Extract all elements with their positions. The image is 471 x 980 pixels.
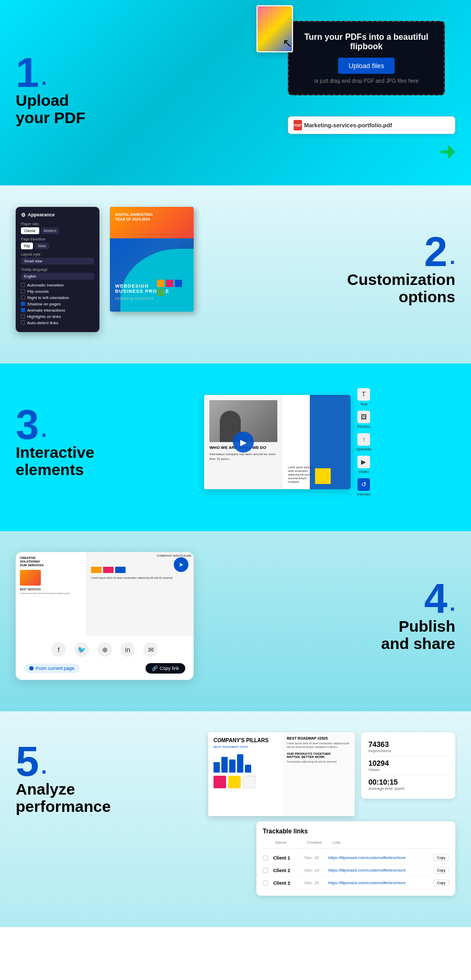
modern-btn[interactable]: Modern bbox=[41, 227, 60, 234]
facebook-icon[interactable]: f bbox=[51, 642, 66, 657]
company-brochure-label: COMPANY BROCHURE bbox=[157, 554, 192, 557]
section-upload: 1 . Upload your PDF ↖ Turn your PDFs int… bbox=[0, 0, 471, 185]
upload-files-button[interactable]: Upload files bbox=[338, 58, 395, 74]
sidebar-interact[interactable]: ↺ Interact bbox=[357, 478, 371, 497]
photos-label: Photos bbox=[357, 424, 371, 429]
cb-highlights: Highlights on links bbox=[21, 314, 94, 319]
lang-value: English bbox=[21, 273, 94, 280]
cb-autodetect: Auto-detect links bbox=[21, 321, 94, 325]
flip-btn[interactable]: Flip bbox=[21, 243, 33, 249]
uploads-icon: ↑ bbox=[357, 433, 370, 446]
photos-icon: 🖼 bbox=[357, 411, 370, 423]
smart-view-label: Smart view bbox=[21, 258, 94, 265]
page-transition-row: Page transition Flip Slide bbox=[21, 237, 94, 249]
trackable-links-panel: Trackable links Name Created Link Client… bbox=[256, 821, 455, 896]
analytics-right-subhead: OUR PRODUCTS TOGETHERMATTER, BETTER WORK bbox=[287, 752, 351, 758]
interact-label: Interact bbox=[357, 492, 371, 497]
play-button[interactable]: ▶ bbox=[233, 432, 254, 453]
bar-3 bbox=[229, 759, 236, 773]
share-bottom-row: From current page 🔗 Copy link bbox=[24, 663, 185, 674]
upload-box: Turn your PDFs into a beautiful flipbook… bbox=[288, 21, 445, 95]
row1-check[interactable] bbox=[263, 855, 268, 861]
linkedin-icon[interactable]: in bbox=[120, 642, 135, 657]
analytics-spread: COMPANY'S PILLARS BEST ROADMAP //2025 bbox=[208, 732, 355, 816]
row3-copy-btn[interactable]: Copy bbox=[433, 879, 449, 886]
row2-check[interactable] bbox=[263, 868, 268, 873]
step4-number: 4 bbox=[424, 580, 447, 618]
trackable-header: Name Created Link bbox=[263, 840, 449, 849]
slide-btn[interactable]: Slide bbox=[35, 243, 49, 249]
copy-icon: 🔗 bbox=[152, 666, 158, 671]
row3-date: Dec. 15 bbox=[305, 880, 323, 885]
row2-link: https://flipsnack.com/customofferbrochur… bbox=[328, 868, 428, 873]
social-icons-row: f 🐦 ⊕ in ✉ bbox=[24, 642, 185, 657]
panel-header: ⚙ Appearance bbox=[21, 212, 94, 218]
product-1 bbox=[214, 776, 226, 788]
uploads-label: Uploads bbox=[356, 447, 371, 452]
section-customization: ⚙ Appearance Player skin Classic Modern … bbox=[0, 185, 471, 364]
row1-copy-btn[interactable]: Copy bbox=[433, 854, 449, 861]
analytics-right-body: Consectetur adipiscing elit sed do eiusm… bbox=[287, 760, 351, 763]
cb-animate: Animate interactions bbox=[21, 308, 94, 313]
sidebar-video[interactable]: ▶ Video bbox=[357, 456, 370, 474]
upload-box-title: Turn your PDFs into a beautiful flipbook bbox=[301, 32, 431, 51]
service-img bbox=[20, 570, 41, 586]
page-right-text: Lorem ipsum dolor sit amet consectetur a… bbox=[288, 466, 314, 484]
step5-period: . bbox=[41, 756, 47, 777]
step5-title: Analyze performance bbox=[16, 780, 131, 815]
share-mockup: CREATIVESOLUTIONS//OUR SERVICES BEST SER… bbox=[16, 552, 340, 680]
row2-date: Dec. 14 bbox=[305, 868, 323, 873]
twitter-icon[interactable]: 🐦 bbox=[74, 642, 89, 657]
upload-area: ↖ Turn your PDFs into a beautiful flipbo… bbox=[120, 21, 455, 159]
step1-title: Upload your PDF bbox=[16, 92, 120, 126]
col-name: Name bbox=[275, 840, 301, 845]
row1-name: Client 1 bbox=[273, 855, 299, 861]
analytics-top-row: COMPANY'S PILLARS BEST ROADMAP //2025 bbox=[208, 732, 455, 816]
pinterest-icon[interactable]: ⊕ bbox=[97, 642, 112, 657]
bar-chart bbox=[214, 752, 277, 773]
step2-period: . bbox=[450, 246, 455, 267]
stat-views: 10294 Views bbox=[368, 756, 448, 775]
share-flipbook-preview: CREATIVESOLUTIONS//OUR SERVICES BEST SER… bbox=[16, 552, 194, 636]
share-arrow-button[interactable]: ➤ bbox=[174, 557, 188, 572]
share-panel: CREATIVESOLUTIONS//OUR SERVICES BEST SER… bbox=[16, 552, 194, 680]
step2-title: Customization options bbox=[194, 271, 455, 305]
sidebar-uploads[interactable]: ↑ Uploads bbox=[356, 433, 371, 452]
cursor-icon: ↖ bbox=[283, 37, 292, 50]
bar-2 bbox=[221, 757, 228, 773]
color-squares bbox=[157, 280, 188, 296]
copy-link-button[interactable]: 🔗 Copy link bbox=[145, 663, 185, 674]
page-spread-container: ▶ WHO WE ARE WHAT WE DO Interwebco compa… bbox=[204, 395, 351, 489]
stat-impressions: 74363 Impressions bbox=[368, 737, 448, 756]
sidebar-text[interactable]: T Text bbox=[357, 388, 370, 406]
layout-row: Layout style Smart view bbox=[21, 252, 94, 265]
row3-name: Client 2 bbox=[273, 880, 299, 886]
page-right: Lorem ipsum dolor sit amet consectetur a… bbox=[283, 395, 351, 489]
flipbook-text-overlay: DIGITAL MARKETINGYEAR OF 2023-2024 bbox=[115, 212, 153, 223]
classic-btn[interactable]: Classic bbox=[21, 227, 39, 234]
table-row: Client 2 Dec. 14 https://flipsnack.com/c… bbox=[263, 864, 449, 877]
stats-panel: 74363 Impressions 10294 Views 00:10:15 bbox=[361, 732, 455, 799]
section-interactive: 3 . Interactive elements bbox=[0, 364, 471, 531]
step4-title: Publish and share bbox=[340, 618, 455, 652]
from-page-dot bbox=[29, 666, 33, 670]
text-label: Text bbox=[360, 402, 368, 406]
step3-number: 3 bbox=[16, 406, 39, 444]
customization-mockup: ⚙ Appearance Player skin Classic Modern … bbox=[16, 207, 194, 332]
upload-sub-text: or just drag and drop PDF and JPG files … bbox=[301, 78, 431, 84]
row2-copy-btn[interactable]: Copy bbox=[433, 867, 449, 874]
step1-period: . bbox=[41, 67, 47, 88]
pdf-file-badge: PDF Marketing-services-portfolio.pdf bbox=[288, 116, 455, 134]
email-icon[interactable]: ✉ bbox=[143, 642, 158, 657]
step4-label: 4 . Publish and share bbox=[340, 580, 455, 652]
share-controls: f 🐦 ⊕ in ✉ From current page 🔗 C bbox=[16, 636, 194, 680]
page-spread: ▶ WHO WE ARE WHAT WE DO Interwebco compa… bbox=[204, 395, 351, 489]
share-page-left: CREATIVESOLUTIONS//OUR SERVICES BEST SER… bbox=[16, 552, 87, 636]
row2-name: Client 2 bbox=[273, 868, 299, 873]
analytics-mockup: COMPANY'S PILLARS BEST ROADMAP //2025 bbox=[131, 732, 455, 896]
cb-flip-sounds: Flip sounds bbox=[21, 289, 94, 294]
analytics-page-right: BEST ROADMAP //2025 Lorem ipsum dolor si… bbox=[283, 732, 355, 816]
page-yellow-accent bbox=[315, 468, 331, 484]
sidebar-photos[interactable]: 🖼 Photos bbox=[357, 411, 371, 429]
row3-check[interactable] bbox=[263, 880, 268, 886]
